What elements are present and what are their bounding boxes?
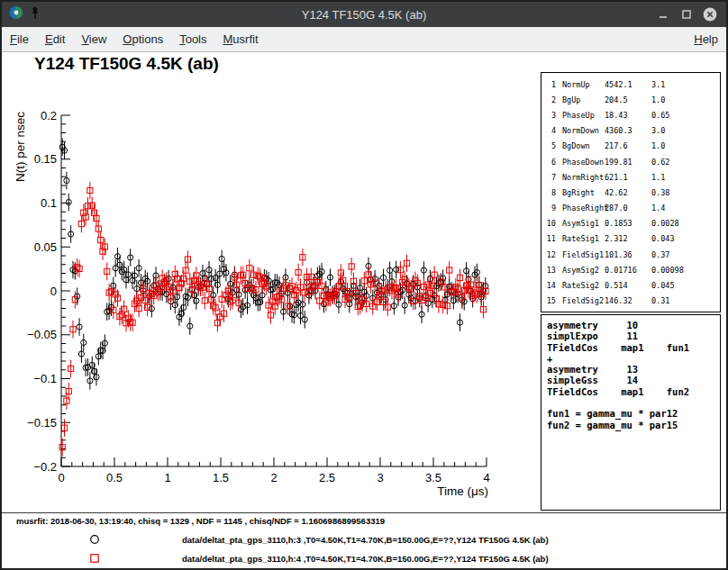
minimize-button[interactable] (656, 7, 670, 22)
svg-text:4: 4 (483, 471, 489, 484)
svg-text:0.05: 0.05 (34, 240, 57, 254)
theory-line: asymmetry 10 (547, 320, 720, 330)
theory-line: fun2 = gamma_mu * par15 (547, 420, 720, 430)
series-2-points (59, 182, 488, 457)
svg-text:0.5: 0.5 (106, 471, 123, 484)
param-row: 8BgRight42.620.38 (545, 185, 720, 200)
maximize-button[interactable] (679, 7, 694, 22)
svg-text:0.15: 0.15 (34, 152, 57, 166)
x-axis-title: Time (μs) (437, 484, 488, 498)
svg-text:1.5: 1.5 (213, 471, 229, 484)
theory-line: simpleGss 14 (547, 375, 720, 385)
close-button[interactable] (703, 7, 717, 22)
param-row: 13AsymSig20.017160.00098 (545, 262, 720, 277)
param-row: 6PhaseDown199.810.62 (545, 154, 720, 169)
svg-text:−0.1: −0.1 (33, 372, 57, 385)
svg-text:0.1: 0.1 (41, 196, 57, 210)
svg-text:1: 1 (164, 471, 170, 484)
footer-divider (2, 512, 726, 513)
menu-musrfit[interactable]: Musrfit (215, 27, 267, 51)
menu-help[interactable]: Help (686, 27, 726, 51)
theory-block: asymmetry 10simplExpo 11TFieldCos map1 f… (541, 314, 721, 511)
svg-text:−0.2: −0.2 (33, 460, 57, 474)
app-icon[interactable] (9, 5, 23, 23)
param-row: 10AsymSig10.18530.0028 (545, 216, 720, 231)
svg-text:2: 2 (270, 471, 277, 484)
param-row: 12FieldSig1101.360.37 (545, 247, 720, 262)
svg-text:3: 3 (377, 471, 383, 484)
window-title: Y124 TF150G 4.5K (ab) (2, 8, 726, 22)
theory-line: TFieldCos map1 fun1 (547, 342, 720, 353)
menubar: FileEditViewOptionsToolsMusrfit Help (2, 27, 726, 52)
menu-options[interactable]: Options (114, 27, 171, 51)
legend-item: data/deltat_pta_gps_3110,h:4 ,T0=4.50K,T… (88, 550, 549, 566)
svg-text:3.5: 3.5 (425, 471, 441, 484)
pin-icon[interactable] (30, 6, 41, 23)
param-row: 11RateSig12.3120.043 (545, 231, 720, 247)
menu-edit[interactable]: Edit (37, 27, 73, 51)
svg-text:0: 0 (50, 285, 57, 298)
legend-item: data/deltat_pta_gps_3110,h:3 ,T0=4.50K,T… (88, 531, 549, 547)
param-row: 4NormDown4360.33.0 (545, 123, 720, 139)
theory-line: + (547, 353, 720, 364)
svg-text:2.5: 2.5 (319, 471, 335, 484)
canvas-area: Y124 TF150G 4.5K (ab) 00.511.522.533.540… (2, 52, 726, 568)
menu-view[interactable]: View (73, 27, 114, 51)
theory-line: fun1 = gamma_mu * par12 (547, 408, 720, 419)
legend-label: data/deltat_pta_gps_3110,h:3 ,T0=4.50K,T… (182, 535, 549, 545)
series-1-points (59, 138, 488, 389)
param-row: 7NormRight621.11.1 (545, 169, 720, 185)
theory-line (547, 397, 720, 408)
musr-plot[interactable]: 00.511.522.533.540.20.150.10.050−0.05−0.… (2, 52, 542, 513)
fit-stats: musrfit: 2018-06-30, 13:19:40, chisq = 1… (16, 516, 385, 526)
theory-line: asymmetry 13 (547, 364, 720, 375)
y-axis-title: N(t) per nsec (14, 112, 27, 182)
menu-items: FileEditViewOptionsToolsMusrfit (2, 27, 267, 51)
svg-text:0: 0 (58, 471, 64, 484)
app-window: Y124 TF150G 4.5K (ab) FileEditViewOption… (0, 0, 728, 570)
legend-label: data/deltat_pta_gps_3110,h:4 ,T0=4.50K,T… (182, 554, 549, 564)
param-row: 9PhaseRight287.01.4 (545, 201, 720, 216)
param-row: 5BgDown217.61.0 (545, 139, 720, 154)
svg-text:−0.15: −0.15 (27, 416, 57, 430)
square-marker-icon (88, 552, 101, 565)
param-row: 1NormUp4542.13.1 (545, 77, 720, 92)
param-row: 14RateSig20.5140.045 (545, 277, 720, 293)
svg-text:0.2: 0.2 (41, 109, 57, 122)
param-row: 15FieldSig2146.320.31 (545, 294, 720, 309)
titlebar[interactable]: Y124 TF150G 4.5K (ab) (2, 2, 726, 27)
svg-text:−0.05: −0.05 (27, 328, 57, 341)
axes (61, 115, 487, 466)
menu-file[interactable]: File (2, 27, 37, 51)
parameter-table: 1NormUp4542.13.12BgUp204.51.03PhaseUp18.… (541, 72, 721, 312)
menu-help-container: Help (686, 27, 726, 51)
menu-tools[interactable]: Tools (171, 27, 214, 51)
theory-line: TFieldCos map1 fun2 (547, 386, 720, 397)
param-row: 3PhaseUp18.430.65 (545, 107, 720, 122)
theory-line: simplExpo 11 (547, 330, 720, 341)
param-row: 2BgUp204.51.0 (545, 92, 720, 107)
circle-marker-icon (88, 533, 101, 546)
